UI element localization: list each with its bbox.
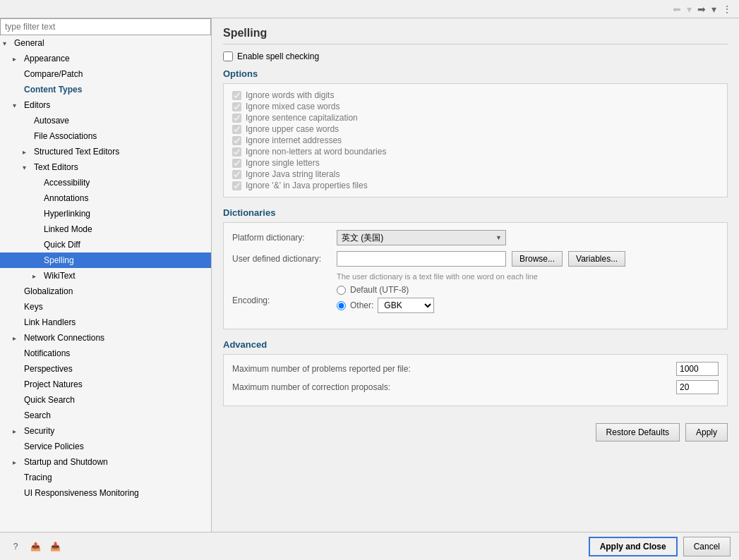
max-problems-label: Maximum number of problems reported per … xyxy=(232,364,671,374)
tree-item-security[interactable]: ▸Security xyxy=(0,423,211,439)
tree-item-spelling[interactable]: Spelling xyxy=(0,252,211,268)
expand-icon-security[interactable]: ▸ xyxy=(13,427,23,435)
tree-item-tracing[interactable]: Tracing xyxy=(0,470,211,485)
option-checkbox-ignore-mixed[interactable] xyxy=(232,102,241,111)
option-label-ignore-java-string: Ignore Java string literals xyxy=(246,169,340,179)
browse-button[interactable]: Browse... xyxy=(512,251,563,267)
tree-item-link-handlers[interactable]: Link Handlers xyxy=(0,315,211,330)
back-icon[interactable]: ⬅ xyxy=(671,2,683,16)
tree-item-service-policies[interactable]: Service Policies xyxy=(0,439,211,454)
tree-label-project-natures: Project Natures xyxy=(23,379,84,390)
tree-label-service-policies: Service Policies xyxy=(23,441,85,452)
expand-icon-wikitext[interactable]: ▸ xyxy=(32,272,42,280)
tree-item-wikitext[interactable]: ▸WikiText xyxy=(0,268,211,284)
tree-label-appearance: Appearance xyxy=(23,53,71,64)
option-label-ignore-upper: Ignore upper case words xyxy=(246,124,339,134)
encoding-other-radio[interactable] xyxy=(337,301,346,310)
apply-and-close-button[interactable]: Apply and Close xyxy=(589,537,678,556)
advanced-section-title: Advanced xyxy=(223,339,728,350)
filter-input[interactable] xyxy=(0,18,211,35)
export-icon[interactable]: 📤 xyxy=(28,540,42,554)
forward-icon[interactable]: ➡ xyxy=(696,2,707,16)
expand-icon-general[interactable]: ▾ xyxy=(3,39,13,47)
user-dict-input[interactable] xyxy=(337,251,506,267)
back-dropdown-icon[interactable]: ▾ xyxy=(685,2,693,16)
tree-label-perspectives: Perspectives xyxy=(23,363,74,375)
expand-icon-text-editors[interactable]: ▾ xyxy=(23,164,32,171)
tree-item-quick-search[interactable]: Quick Search xyxy=(0,392,211,408)
spelling-panel: Spelling Enable spell checking Options I… xyxy=(212,18,739,532)
tree-item-text-editors[interactable]: ▾Text Editors xyxy=(0,159,211,175)
enable-spell-label: Enable spell checking xyxy=(237,51,319,61)
forward-dropdown-icon[interactable]: ▾ xyxy=(710,2,718,16)
menu-icon[interactable]: ⋮ xyxy=(721,2,733,16)
tree-item-annotations[interactable]: Annotations xyxy=(0,190,211,206)
bottom-left-icons: ? 📤 📥 xyxy=(8,540,62,554)
tree-item-file-assoc[interactable]: File Associations xyxy=(0,128,211,144)
encoding-other-select[interactable]: GBK xyxy=(378,298,434,313)
encoding-default-label: Default (UTF-8) xyxy=(350,285,409,295)
option-checkbox-ignore-java-string[interactable] xyxy=(232,170,241,179)
tree-item-appearance[interactable]: ▸Appearance xyxy=(0,51,211,66)
tree-label-text-editors: Text Editors xyxy=(32,162,80,173)
expand-icon-editors[interactable]: ▾ xyxy=(13,102,23,109)
bottom-bar: ? 📤 📥 Apply and Close Cancel xyxy=(0,532,739,560)
max-proposals-input[interactable] xyxy=(676,380,719,394)
tree-item-network-connections[interactable]: ▸Network Connections xyxy=(0,330,211,346)
tree-item-quick-diff[interactable]: Quick Diff xyxy=(0,237,211,252)
tree-label-file-assoc: File Associations xyxy=(32,130,98,142)
option-checkbox-ignore-digits[interactable] xyxy=(232,91,241,100)
encoding-other-label: Other: xyxy=(350,300,373,310)
tree-item-compare-patch[interactable]: Compare/Patch xyxy=(0,66,211,82)
tree-item-content-types[interactable]: Content Types xyxy=(0,82,211,97)
help-icon[interactable]: ? xyxy=(8,540,23,554)
tree-label-spelling: Spelling xyxy=(42,255,76,266)
tree-item-notifications[interactable]: Notifications xyxy=(0,346,211,361)
expand-icon-structured-text[interactable]: ▸ xyxy=(23,148,32,156)
option-checkbox-ignore-sentence[interactable] xyxy=(232,114,241,123)
tree-label-keys: Keys xyxy=(23,301,44,312)
tree-item-structured-text[interactable]: ▸Structured Text Editors xyxy=(0,144,211,159)
tree-item-globalization[interactable]: Globalization xyxy=(0,284,211,299)
option-checkbox-ignore-nonletters[interactable] xyxy=(232,147,241,157)
option-checkbox-ignore-single[interactable] xyxy=(232,159,241,168)
tree-item-linked-mode[interactable]: Linked Mode xyxy=(0,221,211,237)
tree-label-quick-search: Quick Search xyxy=(23,394,76,406)
tree-item-accessibility[interactable]: Accessibility xyxy=(0,175,211,190)
tree-item-perspectives[interactable]: Perspectives xyxy=(0,361,211,377)
tree-item-hyperlinking[interactable]: Hyperlinking xyxy=(0,206,211,221)
tree-label-annotations: Annotations xyxy=(42,193,90,204)
tree-label-link-handlers: Link Handlers xyxy=(23,317,77,328)
encoding-default-radio[interactable] xyxy=(337,286,346,295)
tree-item-search[interactable]: Search xyxy=(0,408,211,423)
option-checkbox-ignore-ampersand[interactable] xyxy=(232,181,241,190)
option-checkbox-ignore-upper[interactable] xyxy=(232,125,241,134)
tree-item-autosave[interactable]: Autosave xyxy=(0,113,211,128)
tree-item-editors[interactable]: ▾Editors xyxy=(0,97,211,113)
tree-item-general[interactable]: ▾General xyxy=(0,35,211,51)
max-problems-input[interactable] xyxy=(676,362,719,376)
option-checkbox-ignore-internet[interactable] xyxy=(232,136,241,145)
tree-label-structured-text: Structured Text Editors xyxy=(32,146,121,157)
platform-dict-label: Platform dictionary: xyxy=(232,233,331,243)
variables-button[interactable]: Variables... xyxy=(568,251,625,267)
options-group: Ignore words with digitsIgnore mixed cas… xyxy=(223,83,728,197)
import-icon[interactable]: 📥 xyxy=(48,540,62,554)
restore-defaults-button[interactable]: Restore Defaults xyxy=(596,423,680,442)
tree-item-startup-shutdown[interactable]: ▸Startup and Shutdown xyxy=(0,454,211,470)
tree-label-compare-patch: Compare/Patch xyxy=(23,68,84,80)
cancel-button[interactable]: Cancel xyxy=(683,537,731,556)
expand-icon-network-connections[interactable]: ▸ xyxy=(13,334,23,342)
tree-label-globalization: Globalization xyxy=(23,286,74,297)
apply-button[interactable]: Apply xyxy=(685,423,728,442)
tree-item-ui-responsiveness[interactable]: UI Responsiveness Monitoring xyxy=(0,485,211,501)
platform-dict-select[interactable]: 英文 (美国) xyxy=(337,230,506,245)
option-label-ignore-internet: Ignore internet addresses xyxy=(246,135,342,145)
expand-icon-startup-shutdown[interactable]: ▸ xyxy=(13,458,23,466)
expand-icon-appearance[interactable]: ▸ xyxy=(13,55,23,63)
enable-spell-checkbox[interactable] xyxy=(223,51,233,61)
tree-item-project-natures[interactable]: Project Natures xyxy=(0,377,211,392)
tree-label-tracing: Tracing xyxy=(23,472,54,483)
tree-label-notifications: Notifications xyxy=(23,348,71,359)
tree-item-keys[interactable]: Keys xyxy=(0,299,211,315)
